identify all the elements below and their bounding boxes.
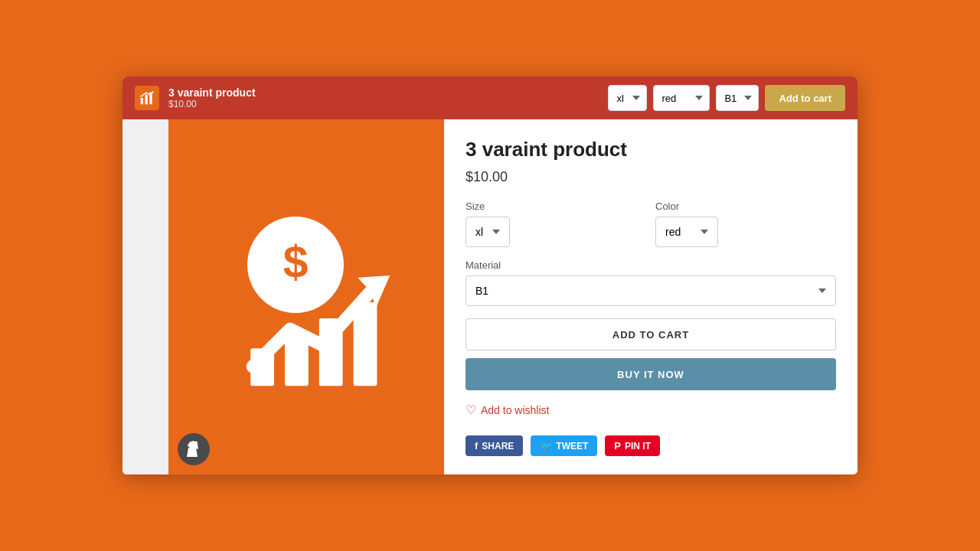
- color-label: Color: [655, 201, 836, 212]
- main-image-container: $: [168, 119, 444, 474]
- buy-now-button[interactable]: BUY IT NOW: [466, 358, 836, 390]
- color-select[interactable]: red blue green: [655, 217, 718, 247]
- size-label: Size: [466, 201, 646, 212]
- header-product-price: $10.00: [168, 99, 599, 109]
- action-buttons: ADD TO CART BUY IT NOW: [466, 318, 836, 403]
- facebook-icon: f: [475, 440, 478, 452]
- analytics-icon: [139, 90, 155, 106]
- browser-window: 3 varaint product $10.00 xl l m s red bl…: [122, 77, 858, 474]
- shopify-icon: [185, 440, 203, 458]
- size-select[interactable]: xl l m s: [466, 217, 510, 247]
- product-image: $: [199, 190, 413, 404]
- share-fb-label: SHARE: [482, 441, 514, 452]
- header-selects: xl l m s red blue green B1 B2 B3 Add to …: [608, 85, 845, 111]
- header-material-select[interactable]: B1 B2 B3: [716, 85, 759, 111]
- product-details: 3 varaint product $10.00 Size xl l m s: [444, 119, 858, 474]
- social-share: f SHARE 🐦 TWEET P PIN IT: [466, 435, 836, 456]
- size-color-section: Size xl l m s Color red blue: [466, 201, 836, 247]
- header-color-select[interactable]: red blue green: [653, 85, 710, 111]
- svg-rect-9: [354, 302, 377, 386]
- svg-rect-6: [250, 348, 274, 386]
- svg-text:$: $: [283, 237, 309, 287]
- header-add-to-cart-button[interactable]: Add to cart: [765, 85, 845, 111]
- share-twitter-button[interactable]: 🐦 TWEET: [531, 435, 597, 456]
- header-product-info: 3 varaint product $10.00: [168, 86, 599, 109]
- wishlist-link[interactable]: ♡ Add to wishlist: [466, 403, 836, 417]
- add-to-cart-button[interactable]: ADD TO CART: [466, 318, 836, 350]
- store-icon: [135, 86, 159, 110]
- wishlist-label: Add to wishlist: [481, 404, 549, 416]
- share-tw-label: TWEET: [556, 441, 588, 452]
- heart-icon: ♡: [466, 403, 476, 417]
- twitter-icon: 🐦: [540, 440, 552, 452]
- share-facebook-button[interactable]: f SHARE: [466, 435, 523, 456]
- product-image-area: $: [122, 119, 444, 474]
- material-label: Material: [466, 259, 836, 271]
- svg-rect-8: [319, 318, 343, 386]
- svg-rect-1: [145, 95, 148, 104]
- product-price: $10.00: [466, 169, 836, 185]
- svg-rect-0: [141, 98, 143, 104]
- material-select[interactable]: B1 B2 B3: [466, 276, 836, 306]
- header-size-select[interactable]: xl l m s: [608, 85, 647, 111]
- header-product-name: 3 varaint product: [168, 86, 599, 99]
- thumbnail-strip: [122, 119, 168, 474]
- share-pin-label: PIN IT: [625, 441, 651, 452]
- material-section: Material B1 B2 B3: [466, 259, 836, 306]
- variant-row-labels: Size xl l m s Color red blue: [466, 201, 836, 247]
- shopify-badge: [178, 433, 210, 465]
- main-content: $ 3 vara: [122, 119, 858, 474]
- top-bar: 3 varaint product $10.00 xl l m s red bl…: [122, 77, 858, 119]
- product-title: 3 varaint product: [466, 138, 836, 161]
- pinterest-icon: P: [614, 440, 621, 452]
- share-pinterest-button[interactable]: P PIN IT: [605, 435, 660, 456]
- svg-rect-7: [285, 331, 309, 386]
